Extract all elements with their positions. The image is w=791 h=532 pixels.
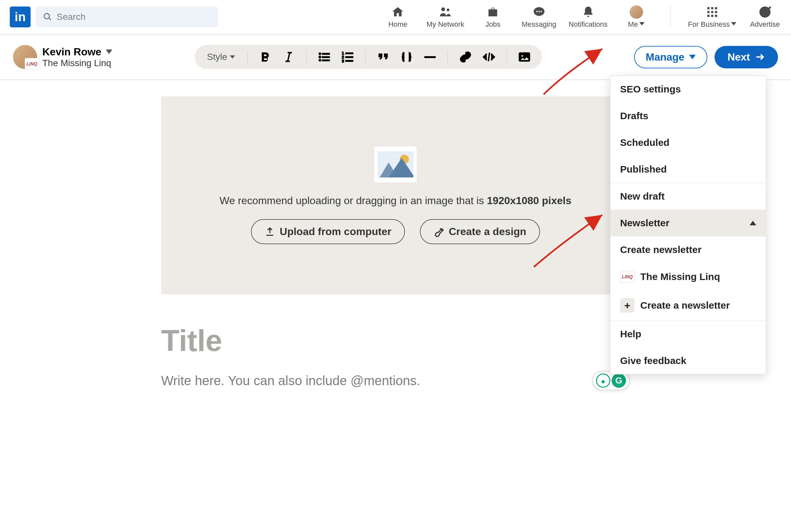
svg-point-4	[538, 11, 539, 12]
nav-messaging-label: Messaging	[521, 20, 556, 28]
body-input[interactable]: Write here. You can also include @mentio…	[161, 374, 592, 388]
number-list-button[interactable]: 123	[340, 49, 355, 65]
grammarly-suggestion-icon: ⬥	[596, 374, 610, 388]
style-dropdown[interactable]: Style	[205, 52, 238, 62]
create-design-button[interactable]: Create a design	[420, 219, 540, 244]
arrow-right-icon	[755, 52, 765, 62]
upload-icon	[265, 227, 275, 237]
manage-button[interactable]: Manage	[634, 46, 707, 69]
nav-jobs[interactable]: Jobs	[477, 5, 509, 28]
next-button[interactable]: Next	[714, 46, 778, 69]
chevron-down-icon	[639, 22, 644, 25]
italic-icon	[282, 51, 295, 63]
number-list-icon: 123	[341, 51, 354, 63]
linkedin-logo[interactable]: in	[10, 6, 31, 27]
divider-button[interactable]	[422, 49, 438, 65]
svg-rect-22	[322, 60, 329, 61]
dd-help[interactable]: Help	[610, 321, 766, 347]
dd-drafts[interactable]: Drafts	[610, 102, 766, 129]
format-toolbar: Style 123	[195, 45, 542, 69]
nav-messaging[interactable]: Messaging	[521, 5, 556, 28]
svg-point-19	[319, 56, 321, 58]
dd-create-a-newsletter[interactable]: + Create a newsletter	[610, 290, 766, 320]
svg-rect-10	[711, 11, 713, 13]
svg-rect-20	[322, 56, 329, 58]
quote-icon	[377, 51, 390, 63]
nav-me-label: Me	[628, 20, 638, 28]
quote-button[interactable]	[375, 49, 391, 65]
dd-new-draft[interactable]: New draft	[610, 183, 766, 210]
code-block-button[interactable]	[399, 49, 414, 65]
apps-icon	[706, 5, 719, 19]
svg-rect-29	[424, 56, 435, 58]
design-icon	[433, 227, 444, 237]
nav-me[interactable]: Me	[620, 5, 653, 28]
search-icon	[43, 12, 52, 21]
chevron-down-icon	[689, 55, 696, 59]
link-icon	[459, 51, 472, 63]
top-nav: in Search Home My Network Jobs Messaging…	[0, 0, 791, 35]
link-button[interactable]	[458, 49, 473, 65]
upload-from-computer-button[interactable]: Upload from computer	[251, 219, 405, 244]
dd-newsletter-item-label: The Missing Linq	[640, 271, 720, 282]
svg-rect-11	[715, 11, 717, 13]
message-icon	[532, 5, 546, 19]
chevron-down-icon	[731, 22, 736, 25]
image-button[interactable]	[517, 49, 532, 65]
nav-home[interactable]: Home	[382, 5, 414, 28]
svg-rect-7	[711, 7, 713, 10]
dd-newsletter-toggle[interactable]: Newsletter	[610, 210, 766, 236]
svg-point-21	[319, 59, 321, 61]
embed-button[interactable]	[481, 49, 497, 65]
search-input[interactable]: Search	[36, 6, 218, 27]
avatar-icon	[630, 5, 643, 19]
nav-divider	[670, 5, 671, 28]
author-name: Kevin Rowe	[42, 46, 101, 58]
newsletter-badge-icon: LINQ	[25, 58, 39, 70]
nav-notifications[interactable]: Notifications	[569, 5, 608, 28]
nav-jobs-label: Jobs	[485, 20, 500, 28]
briefcase-icon	[486, 5, 500, 19]
nav-network[interactable]: My Network	[426, 5, 464, 28]
svg-rect-28	[345, 60, 353, 61]
svg-rect-13	[711, 15, 713, 17]
nav-business[interactable]: For Business	[688, 5, 736, 28]
svg-point-31	[521, 55, 523, 57]
svg-rect-9	[707, 11, 710, 13]
next-label: Next	[728, 51, 750, 63]
author-selector[interactable]: LINQ Kevin Rowe The Missing Linq	[13, 45, 112, 69]
nav-advertise[interactable]: Advertise	[749, 5, 781, 28]
dd-feedback[interactable]: Give feedback	[610, 347, 766, 374]
bold-icon	[259, 51, 272, 63]
svg-point-3	[536, 11, 537, 12]
upload-recommend-text: We recommend uploading or dragging in an…	[220, 195, 572, 207]
svg-point-16	[764, 11, 766, 13]
author-avatar: LINQ	[13, 45, 37, 69]
svg-rect-6	[707, 7, 710, 10]
manage-dropdown: SEO settings Drafts Scheduled Published …	[610, 76, 766, 375]
dd-create-a-newsletter-label: Create a newsletter	[640, 300, 730, 311]
nav-network-label: My Network	[426, 20, 464, 28]
braces-icon	[400, 51, 413, 63]
dd-scheduled[interactable]: Scheduled	[610, 129, 766, 156]
bold-button[interactable]	[257, 49, 273, 65]
chevron-down-icon	[106, 50, 112, 54]
style-label: Style	[207, 52, 227, 62]
nav-home-label: Home	[388, 20, 408, 28]
dd-seo-settings[interactable]: SEO settings	[610, 76, 766, 102]
editor-bar: LINQ Kevin Rowe The Missing Linq Style 1…	[0, 35, 791, 80]
dd-newsletter-item[interactable]: LINQ The Missing Linq	[610, 263, 766, 290]
nav-notifications-label: Notifications	[569, 20, 608, 28]
italic-button[interactable]	[281, 49, 296, 65]
bullet-list-button[interactable]	[316, 49, 332, 65]
dd-newsletter-label: Newsletter	[620, 217, 670, 229]
title-input[interactable]: Title	[161, 324, 630, 358]
home-icon	[391, 5, 405, 19]
dd-create-newsletter[interactable]: Create newsletter	[610, 236, 766, 263]
cover-upload-area[interactable]: We recommend uploading or dragging in an…	[161, 96, 630, 294]
chevron-up-icon	[750, 221, 756, 225]
design-btn-label: Create a design	[448, 226, 526, 238]
dd-published[interactable]: Published	[610, 156, 766, 183]
svg-rect-24	[345, 53, 353, 54]
people-icon	[439, 5, 452, 19]
